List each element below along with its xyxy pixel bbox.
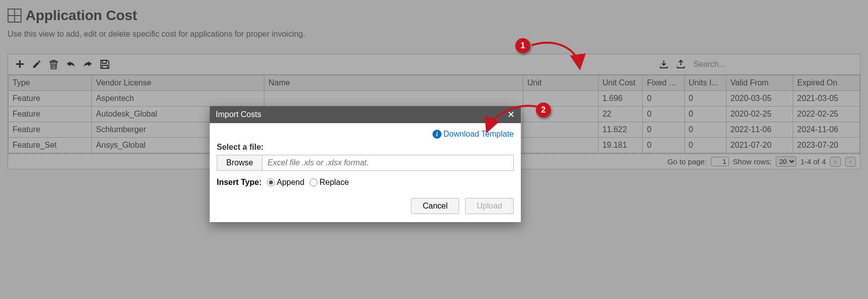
- select-file-label: Select a file:: [217, 143, 514, 152]
- info-icon: i: [432, 130, 442, 139]
- append-radio[interactable]: Append: [267, 178, 305, 187]
- upload-button[interactable]: Upload: [465, 198, 514, 214]
- annotation-arrow-1: [529, 40, 590, 75]
- annotation-badge-1: 1: [515, 38, 530, 53]
- annotation-badge-2: 2: [536, 103, 551, 118]
- append-label: Append: [277, 178, 305, 187]
- dialog-title: Import Costs: [216, 110, 261, 119]
- insert-type-label: Insert Type:: [217, 178, 262, 187]
- browse-button[interactable]: Browse: [217, 155, 262, 171]
- replace-radio[interactable]: Replace: [310, 178, 349, 187]
- radio-icon: [310, 178, 318, 186]
- cancel-button[interactable]: Cancel: [411, 198, 459, 214]
- replace-label: Replace: [320, 178, 349, 187]
- dialog-header: Import Costs ✕: [210, 106, 521, 123]
- file-input[interactable]: [262, 155, 514, 171]
- radio-icon: [267, 178, 275, 186]
- annotation-arrow-2: [482, 101, 542, 136]
- import-costs-dialog: Import Costs ✕ i Download Template Selec…: [210, 106, 521, 222]
